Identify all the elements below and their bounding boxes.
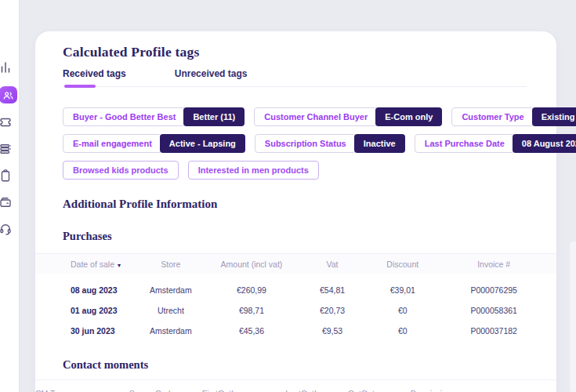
table-row[interactable]: 01 aug 2023 Utrecht €98,71 €20,73 €0 P00… <box>35 300 556 321</box>
headset-icon <box>0 222 13 236</box>
tag-label: Browsed kids products <box>63 161 179 180</box>
tag-row: Buyer - Good Better Best Better (11) Cus… <box>63 107 541 126</box>
tag-label: Customer Channel Buyer <box>254 107 378 126</box>
clipboard-icon <box>0 169 13 183</box>
cell-store: Amsterdam <box>129 326 212 336</box>
tag-value: Better (11) <box>183 107 245 126</box>
tag-value: Existing Multi Buyer <box>532 107 576 126</box>
column-header-permission: Permission <box>411 389 515 392</box>
purchases-title: Purchases <box>63 230 541 243</box>
sidebar-item-queue[interactable] <box>0 141 20 157</box>
cell-date: 01 aug 2023 <box>35 306 129 315</box>
tag-email-engagement[interactable]: E-mail engagement Active - Lapsing <box>63 134 245 153</box>
purchases-table-body: 08 aug 2023 Amsterdam €260,99 €54,81 €39… <box>35 274 556 341</box>
column-header-invoice: Invoice # <box>431 260 556 269</box>
profile-card: Calculated Profile tags Received tags Un… <box>35 31 556 392</box>
contact-moments-table-header: CM Type . SourceCode FirstOptIn LastOptI… <box>35 379 556 392</box>
tag-browsed-kids-products[interactable]: Browsed kids products <box>63 161 179 180</box>
cell-store: Utrecht <box>129 306 212 315</box>
cell-amount: €260,99 <box>212 285 291 295</box>
tab-received-tags[interactable]: Received tags <box>63 68 126 79</box>
tag-row: Browsed kids products Interested in men … <box>63 161 541 180</box>
page-scrollbar[interactable] <box>570 241 576 392</box>
tag-value: E-Com only <box>375 107 442 126</box>
column-header-vat: Vat <box>291 260 374 269</box>
additional-profile-info-title: Additional Profile Information <box>63 198 541 211</box>
sidebar-item-support[interactable] <box>0 221 20 237</box>
contact-moments-title: Contact moments <box>63 358 541 372</box>
cell-date: 30 jun 2023 <box>35 326 129 336</box>
active-tab-underline <box>64 85 96 88</box>
cell-vat: €20,73 <box>291 306 374 315</box>
column-header-discount: Discount <box>374 260 431 269</box>
tag-customer-channel-buyer[interactable]: Customer Channel Buyer E-Com only <box>254 107 442 126</box>
sidebar-item-wallet[interactable] <box>0 194 20 210</box>
column-header-date-of-sale[interactable]: Date of sale▾ <box>35 260 129 269</box>
tag-value: Active - Lapsing <box>160 134 245 153</box>
contact-moments-table: CM Type . SourceCode FirstOptIn LastOptI… <box>35 379 556 392</box>
tag-row: E-mail engagement Active - Lapsing Subsc… <box>63 134 541 153</box>
cell-amount: €98,71 <box>212 306 291 315</box>
sidebar-item-clipboard[interactable] <box>0 168 20 183</box>
cell-discount: €39,01 <box>374 285 431 295</box>
sidebar-item-ticket[interactable] <box>0 114 20 130</box>
column-header-sourcecode: SourceCode <box>129 389 202 392</box>
cell-invoice: P000058361 <box>431 306 556 315</box>
tag-value: 08 August 2023 10:10:57:627 <box>513 134 576 153</box>
tag-label: E-mail engagement <box>63 134 162 153</box>
sidebar-item-analytics[interactable] <box>0 60 20 75</box>
table-row[interactable]: 08 aug 2023 Amsterdam €260,99 €54,81 €39… <box>35 280 556 300</box>
users-icon <box>2 89 14 101</box>
cell-discount: €0 <box>374 326 431 336</box>
cell-vat: €9,53 <box>291 326 374 336</box>
cell-discount: €0 <box>374 306 431 315</box>
tag-interested-in-men-products[interactable]: Interested in men products <box>188 161 319 180</box>
list-rows-icon <box>0 142 13 156</box>
purchases-table: Date of sale▾ Store Amount (incl vat) Va… <box>35 253 556 341</box>
sort-caret-icon[interactable]: ▾ <box>118 262 121 269</box>
column-header-firstoptin: FirstOptIn <box>202 389 285 392</box>
bar-chart-icon <box>0 60 13 74</box>
tag-subscription-status[interactable]: Subscription Status Inactive <box>255 134 405 153</box>
column-header-amount: Amount (incl vat) <box>212 260 291 269</box>
tag-label: Buyer - Good Better Best <box>63 107 186 126</box>
page-title: Calculated Profile tags <box>63 44 541 60</box>
column-header-cm-type[interactable]: CM Type . <box>35 389 129 392</box>
tag-label: Last Purchase Date <box>415 134 515 153</box>
tag-last-purchase-date[interactable]: Last Purchase Date 08 August 2023 10:10:… <box>415 134 576 153</box>
purchases-table-header: Date of sale▾ Store Amount (incl vat) Va… <box>35 253 556 274</box>
tag-customer-type[interactable]: Customer Type Existing Multi Buyer <box>451 107 576 126</box>
wallet-icon <box>0 195 13 209</box>
tag-buyer-good-better-best[interactable]: Buyer - Good Better Best Better (11) <box>63 107 245 126</box>
tag-label: Interested in men products <box>188 161 319 180</box>
cell-vat: €54,81 <box>291 285 374 295</box>
profile-tags: Buyer - Good Better Best Better (11) Cus… <box>63 107 541 180</box>
column-header-optout: OptOut <box>348 389 411 392</box>
cell-invoice: P000037182 <box>431 326 556 336</box>
tab-unreceived-tags[interactable]: Unreceived tags <box>175 68 248 79</box>
cell-amount: €45,36 <box>212 326 291 336</box>
cell-invoice: P000076295 <box>431 285 556 295</box>
cell-date: 08 aug 2023 <box>35 285 129 295</box>
tag-label: Subscription Status <box>255 134 357 153</box>
cell-store: Amsterdam <box>129 285 212 295</box>
sidebar-item-customers[interactable] <box>0 86 20 103</box>
column-header-store: Store <box>129 260 212 269</box>
tags-tab-bar: Received tags Unreceived tags <box>63 68 527 87</box>
tag-label: Customer Type <box>451 107 534 126</box>
tag-value: Inactive <box>354 134 405 153</box>
column-header-lastoptin: LastOptIn <box>285 389 348 392</box>
active-nav-highlight <box>0 86 17 103</box>
table-row[interactable]: 30 jun 2023 Amsterdam €45,36 €9,53 €0 P0… <box>35 321 556 341</box>
sidebar-nav <box>0 0 20 392</box>
ticket-icon <box>0 115 13 129</box>
